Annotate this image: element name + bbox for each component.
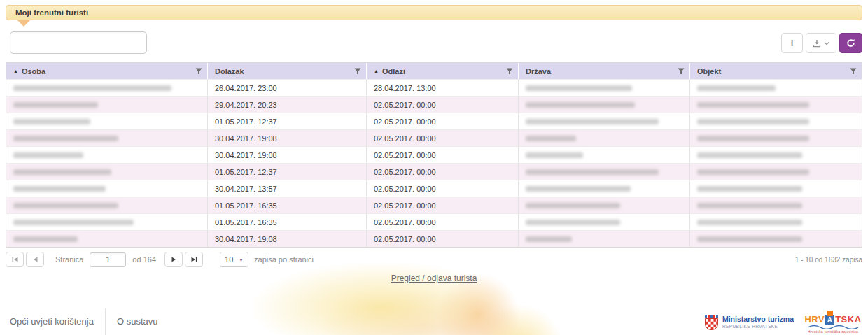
column-header-osoba[interactable]: ▲ Osoba (6, 63, 208, 79)
cell-objekt-redacted[interactable] (690, 80, 862, 96)
croatian-coat-of-arms-icon (705, 315, 718, 330)
table-header-row: ▲ Osoba Dolazak ▲ Odlazi Država (6, 63, 862, 79)
cell-objekt-redacted[interactable] (690, 130, 862, 146)
redacted-text (697, 119, 809, 124)
redacted-text (13, 186, 106, 192)
redacted-text (526, 169, 659, 175)
table-row[interactable]: 26.04.2017. 23:0028.04.2017. 13:00 (6, 79, 862, 96)
cell-osoba-redacted[interactable] (6, 214, 208, 230)
cell-osoba-redacted[interactable] (6, 80, 208, 96)
cell-objekt-redacted[interactable] (690, 231, 862, 247)
cell-odlazi: 02.05.2017. 00:00 (367, 214, 519, 230)
redacted-text (13, 119, 90, 124)
redacted-text (697, 236, 802, 242)
cell-objekt-redacted[interactable] (690, 147, 862, 163)
cell-osoba-redacted[interactable] (6, 113, 208, 129)
table-row[interactable]: 30.04.2017. 19:0802.05.2017. 00:00 (6, 146, 862, 163)
table-row[interactable]: 01.05.2017. 16:3502.05.2017. 00:00 (6, 213, 862, 230)
page-size-label: zapisa po stranici (254, 255, 314, 264)
tab-moji-trenutni-turisti[interactable]: Moji trenutni turisti (6, 5, 862, 20)
redacted-text (526, 85, 632, 91)
cell-drzava-redacted (519, 164, 690, 180)
redacted-text (13, 102, 98, 108)
page-label: Stranica (55, 255, 83, 264)
cell-osoba-redacted[interactable] (6, 130, 208, 146)
prev-page-button[interactable] (26, 252, 44, 267)
redacted-text (526, 186, 631, 192)
column-label: Objekt (697, 67, 721, 76)
info-icon: i (791, 38, 794, 48)
redacted-text (13, 203, 118, 208)
review-checkout-tourists-link[interactable]: Pregled / odjava turista (391, 273, 477, 283)
download-icon (813, 39, 821, 48)
page-number-input[interactable] (90, 252, 126, 267)
cell-osoba-redacted[interactable] (6, 97, 208, 113)
column-label: Osoba (22, 67, 46, 76)
sort-asc-icon: ▲ (13, 69, 18, 73)
cell-objekt-redacted[interactable] (690, 97, 862, 113)
hts-subtitle: Hrvatska turistička zajednica (808, 329, 858, 334)
redacted-text (13, 220, 134, 225)
next-page-button[interactable] (164, 252, 183, 267)
page-size-value: 10 (225, 255, 233, 264)
terms-of-use-link[interactable]: Opći uvjeti korištenja (10, 316, 94, 327)
column-header-drzava[interactable]: Država (519, 63, 690, 79)
cell-osoba-redacted[interactable] (6, 164, 208, 180)
cell-drzava-redacted (519, 97, 690, 113)
search-input[interactable] (10, 31, 147, 54)
filter-icon[interactable] (850, 68, 857, 75)
cell-objekt-redacted[interactable] (690, 113, 862, 129)
redacted-text (13, 236, 78, 242)
table-row[interactable]: 01.05.2017. 12:3702.05.2017. 00:00 (6, 163, 862, 180)
column-header-odlazi[interactable]: ▲ Odlazi (367, 63, 519, 79)
filter-icon[interactable] (678, 68, 685, 75)
cell-objekt-redacted[interactable] (690, 214, 862, 230)
cell-osoba-redacted[interactable] (6, 147, 208, 163)
cell-objekt-redacted[interactable] (690, 197, 862, 213)
last-page-button[interactable] (185, 252, 203, 267)
cell-odlazi: 02.05.2017. 00:00 (367, 113, 519, 129)
table-row[interactable]: 30.04.2017. 19:0802.05.2017. 00:00 (6, 230, 862, 247)
cell-osoba-redacted[interactable] (6, 197, 208, 213)
cell-dolazak: 30.04.2017. 19:08 (208, 147, 367, 163)
cell-odlazi: 02.05.2017. 00:00 (367, 164, 519, 180)
export-button[interactable] (806, 33, 836, 53)
cell-objekt-redacted[interactable] (690, 180, 862, 197)
column-header-objekt[interactable]: Objekt (690, 63, 862, 79)
filter-icon[interactable] (354, 68, 361, 75)
about-system-link[interactable]: O sustavu (117, 316, 158, 327)
hts-letter-a-box: A (825, 315, 834, 325)
cell-odlazi: 02.05.2017. 00:00 (367, 97, 519, 113)
table-row[interactable]: 01.05.2017. 16:3502.05.2017. 00:00 (6, 197, 862, 213)
filter-icon[interactable] (506, 68, 513, 75)
table-body: 26.04.2017. 23:0028.04.2017. 13:0029.04.… (6, 79, 862, 247)
cell-objekt-redacted[interactable] (690, 164, 862, 180)
cell-osoba-redacted[interactable] (6, 231, 208, 247)
redacted-text (697, 220, 802, 225)
info-button[interactable]: i (781, 33, 803, 53)
first-page-button[interactable] (6, 252, 24, 267)
column-label: Dolazak (215, 67, 244, 76)
redacted-text (13, 136, 118, 141)
refresh-button[interactable] (839, 33, 862, 53)
redacted-text (697, 186, 802, 192)
table-row[interactable]: 01.05.2017. 12:3702.05.2017. 00:00 (6, 113, 862, 129)
page-size-select[interactable]: 10 ▼ (220, 252, 248, 267)
cell-dolazak: 01.05.2017. 12:37 (208, 113, 367, 129)
cell-drzava-redacted (519, 231, 690, 247)
cell-odlazi: 02.05.2017. 00:00 (367, 130, 519, 146)
column-header-dolazak[interactable]: Dolazak (208, 63, 367, 79)
cell-dolazak: 01.05.2017. 12:37 (208, 164, 367, 180)
page-title: Moji trenutni turisti (15, 8, 88, 17)
cell-drzava-redacted (519, 130, 690, 146)
filter-icon[interactable] (195, 68, 202, 75)
table-row[interactable]: 30.04.2017. 13:5702.05.2017. 00:00 (6, 180, 862, 197)
redacted-text (526, 220, 620, 225)
ministry-of-tourism-logo: Ministarstvo turizma REPUBLIKE HRVATSKE (705, 315, 794, 330)
cell-osoba-redacted[interactable] (6, 180, 208, 197)
hts-letters-left: HRV (804, 314, 825, 325)
redacted-text (526, 152, 583, 158)
refresh-icon (846, 38, 855, 48)
table-row[interactable]: 29.04.2017. 20:2302.05.2017. 00:00 (6, 96, 862, 113)
table-row[interactable]: 30.04.2017. 19:0802.05.2017. 00:00 (6, 129, 862, 146)
